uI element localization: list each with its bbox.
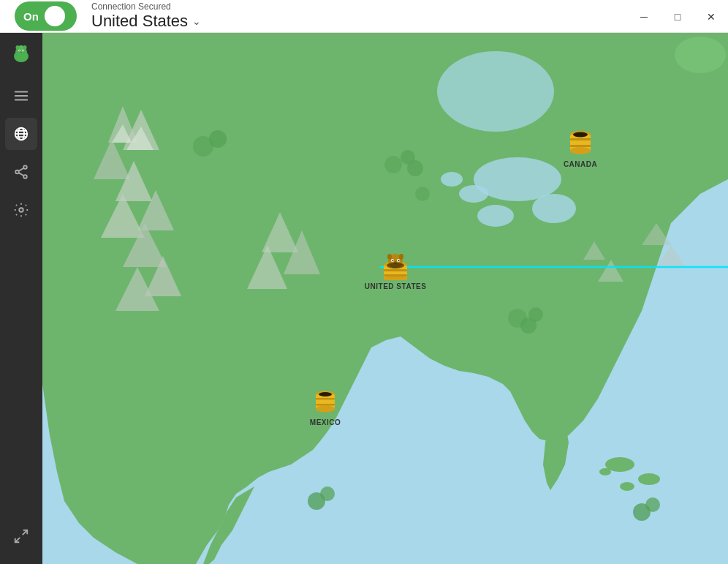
title-bar: On Connection Secured United States ⌄ ─ … [0, 0, 728, 33]
svg-point-20 [23, 175, 27, 178]
svg-point-34 [638, 473, 660, 485]
app-logo[interactable] [7, 39, 36, 68]
app-container: CANADA [0, 33, 728, 564]
connection-status: Connection Secured [91, 1, 201, 12]
svg-point-31 [441, 172, 463, 187]
sidebar-item-share[interactable] [5, 156, 37, 188]
barrel-icon-us [381, 245, 410, 280]
svg-line-21 [19, 168, 23, 171]
location-name: United States [91, 12, 188, 31]
svg-rect-79 [384, 269, 407, 271]
svg-point-66 [645, 497, 660, 512]
svg-point-36 [599, 468, 611, 475]
svg-point-28 [532, 194, 576, 223]
connection-location[interactable]: United States ⌄ [91, 12, 201, 31]
svg-rect-93 [316, 398, 335, 400]
svg-point-82 [387, 254, 392, 260]
svg-point-72 [570, 147, 591, 154]
svg-rect-74 [570, 145, 591, 147]
sidebar-item-minimize[interactable] [5, 520, 37, 552]
vpn-toggle[interactable]: On [15, 1, 77, 31]
svg-point-4 [23, 45, 27, 50]
maximize-button[interactable]: □ [661, 0, 694, 33]
sidebar-bottom [5, 517, 37, 555]
us-label: UNITED STATES [365, 282, 426, 290]
svg-point-83 [399, 254, 403, 260]
svg-point-62 [528, 307, 543, 322]
svg-line-24 [23, 530, 27, 535]
svg-line-25 [15, 538, 20, 542]
svg-point-89 [387, 263, 404, 268]
marker-mexico[interactable]: MEXICO [310, 388, 341, 426]
svg-point-86 [393, 260, 394, 262]
svg-point-3 [16, 45, 20, 50]
svg-point-9 [20, 52, 22, 53]
svg-point-30 [459, 185, 488, 203]
svg-point-29 [477, 205, 514, 227]
marker-united-states[interactable]: UNITED STATES [365, 245, 426, 290]
sidebar-item-globe[interactable] [5, 118, 37, 150]
minimize-button[interactable]: ─ [627, 0, 661, 33]
sidebar-item-menu[interactable] [5, 80, 37, 112]
barrel-icon-mexico [313, 388, 338, 416]
svg-point-35 [620, 482, 634, 491]
svg-line-22 [19, 173, 23, 176]
svg-point-23 [19, 208, 23, 212]
svg-point-59 [415, 187, 430, 201]
marker-canada[interactable]: CANADA [564, 129, 597, 168]
svg-point-58 [407, 160, 423, 176]
svg-rect-94 [316, 404, 335, 406]
map-area: CANADA [42, 33, 728, 564]
svg-point-8 [23, 50, 23, 51]
close-button[interactable]: ✕ [694, 0, 728, 33]
svg-point-95 [319, 392, 332, 396]
location-chevron: ⌄ [192, 15, 201, 27]
sidebar [0, 33, 42, 564]
svg-point-32 [437, 51, 554, 132]
svg-point-19 [15, 170, 19, 174]
svg-point-37 [675, 37, 726, 73]
svg-point-75 [573, 132, 588, 137]
svg-rect-80 [384, 274, 407, 277]
connection-info: Connection Secured United States ⌄ [91, 1, 201, 31]
svg-rect-73 [570, 138, 591, 140]
toggle-label: On [23, 10, 39, 23]
svg-point-7 [19, 50, 20, 51]
svg-point-18 [23, 165, 27, 169]
svg-point-55 [209, 130, 227, 148]
barrel-icon-canada [567, 129, 594, 158]
svg-point-87 [398, 260, 400, 262]
connection-header: On Connection Secured United States ⌄ [0, 0, 728, 32]
sidebar-item-settings[interactable] [5, 194, 37, 226]
window-controls: ─ □ ✕ [627, 0, 728, 33]
svg-point-92 [316, 406, 335, 413]
toggle-circle [45, 6, 65, 26]
map-svg [42, 33, 728, 564]
svg-point-64 [320, 486, 335, 501]
canada-label: CANADA [564, 160, 597, 168]
mexico-label: MEXICO [310, 418, 341, 426]
svg-point-56 [384, 156, 402, 173]
